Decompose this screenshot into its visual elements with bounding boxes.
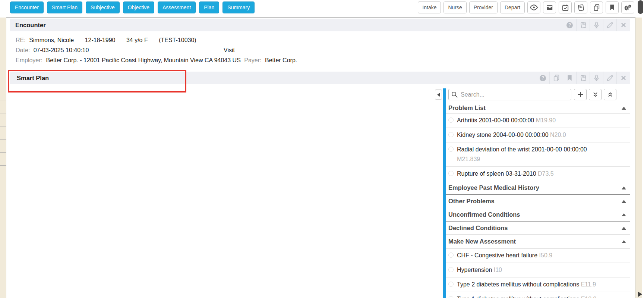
item-code: N20.0 [550,132,566,138]
section-label: Declined Conditions [448,225,508,232]
add-button[interactable] [574,89,587,100]
smart-plan-section-header: Smart Plan [10,72,630,84]
encounter-section-header: Encounter [10,19,630,31]
calendar-check-icon[interactable] [559,1,572,13]
toolbar-divider [6,17,635,18]
provider-button[interactable]: Provider [469,1,498,13]
section-label: Problem List [448,104,486,112]
item-text: Arthritis 2001-00-00 00:00:00 [457,117,534,123]
nurse-button[interactable]: Nurse [443,1,466,13]
bookmark-icon[interactable] [563,72,576,84]
close-icon[interactable] [616,72,630,84]
nav-subjective-button[interactable]: Subjective [86,1,120,13]
bookmark-icon[interactable] [606,1,619,13]
nav-encounter-button[interactable]: Encounter [10,1,44,13]
sidebar-sections: Problem List Arthritis 2001-00-00 00:00:… [446,103,630,298]
sidebar-section-make-new-assessment[interactable]: Make New Assessment [446,235,630,248]
visit-label: Visit [224,47,235,54]
settings-gears-icon[interactable] [621,1,634,13]
nav-objective-button[interactable]: Objective [123,1,154,13]
intake-button[interactable]: Intake [418,1,441,13]
radio-circle-icon [448,132,454,137]
close-icon[interactable] [616,19,630,31]
depart-button[interactable]: Depart [500,1,525,13]
chevron-left-icon [437,93,440,97]
help-icon[interactable] [563,19,576,31]
microphone-icon[interactable] [590,72,603,84]
patient-summary-row: RE: Simmons, Nicole 12-18-1990 34 y/o F … [10,37,196,44]
collapse-sidebar-button[interactable] [435,90,442,100]
list-item[interactable]: Rupture of spleen 03-31-2010 D73.5 [446,167,630,181]
section-label: Other Problems [448,198,495,205]
nav-smart-plan-button[interactable]: Smart Plan [47,1,82,13]
microphone-icon[interactable] [590,19,603,31]
sidebar-section-other-problems[interactable]: Other Problems [446,195,630,208]
problem-sidebar: Problem List Arthritis 2001-00-00 00:00:… [435,88,630,298]
radio-circle-icon [448,171,454,176]
collapse-all-button[interactable] [604,89,616,100]
radio-circle-icon [448,267,454,272]
book-icon[interactable] [574,1,587,13]
nav-plan-button[interactable]: Plan [199,1,219,13]
page-edge-left [0,18,6,298]
patient-name: Simmons, Nicole [29,37,74,43]
patient-id: (TEST-10030) [159,37,196,43]
encounter-header-actions [563,19,630,31]
patient-birth-date: 12-18-1990 [85,37,116,43]
radio-circle-icon [448,296,454,298]
collapse-arrow-icon [622,227,626,230]
item-text: Type 1 diabetes mellitus without complic… [457,296,579,298]
item-text: Hypertension [457,267,492,273]
expand-all-button[interactable] [589,89,602,100]
employer-label: Employer: [10,57,42,63]
book-icon[interactable] [576,72,590,84]
sidebar-accent-bar[interactable] [443,88,446,298]
archive-box-icon[interactable] [543,1,556,13]
section-label: Unconfirmed Conditions [448,211,520,218]
item-code: D73.5 [538,170,554,177]
pencil-icon[interactable] [603,19,616,31]
sidebar-section-problem-list[interactable]: Problem List [446,103,630,113]
sidebar-section-unconfirmed-conditions[interactable]: Unconfirmed Conditions [446,208,630,222]
item-code: E11.9 [581,281,596,288]
help-icon[interactable] [536,72,549,84]
payer-value: Better Corp. [265,57,297,63]
employer-value: Better Corp. - 12001 Pacific Coast Highw… [46,57,240,63]
list-item[interactable]: Radial deviation of the wrist 2001-00-00… [446,142,630,167]
list-item[interactable]: Kidney stone 2004-00-00 00:00:00 N20.0 [446,128,630,142]
re-label: RE: [10,37,26,43]
sidebar-section-employee-past-medical-history[interactable]: Employee Past Medical History [446,181,630,195]
encounter-section-title: Encounter [10,22,46,29]
radio-circle-icon [448,252,454,258]
employer-payer-row: Employer: Better Corp. - 12001 Pacific C… [10,57,297,64]
item-code: M19.90 [536,117,556,123]
stage-and-tools-group: Intake Nurse Provider Depart [418,1,634,13]
patient-age-sex: 34 y/o F [126,37,148,43]
radio-circle-icon [448,147,454,152]
item-text: Radial deviation of the wrist 2001-00-00… [457,146,587,153]
eye-icon[interactable] [527,1,540,13]
item-code: I50.9 [539,252,553,258]
date-label: Date: [10,47,30,53]
nav-assessment-button[interactable]: Assessment [158,1,196,13]
book-icon[interactable] [576,19,590,31]
sidebar-section-declined-conditions[interactable]: Declined Conditions [446,222,630,235]
search-input[interactable] [448,89,571,100]
smart-plan-section-title: Smart Plan [10,75,49,82]
list-item[interactable]: Hypertension I10 [446,263,630,277]
list-item[interactable]: Type 2 diabetes mellitus without complic… [446,277,630,292]
list-item[interactable]: Arthritis 2001-00-00 00:00:00 M19.90 [446,113,630,128]
pencil-icon[interactable] [603,72,616,84]
payer-label: Payer: [244,57,261,63]
list-item[interactable]: CHF - Congestive heart failure I50.9 [446,248,630,263]
scrollbar-thumb[interactable] [638,0,643,14]
encounter-nav-tabs: Encounter Smart Plan Subjective Objectiv… [10,1,255,13]
section-label: Make New Assessment [448,238,516,245]
copy-pages-icon[interactable] [549,72,563,84]
chevron-double-up-icon [607,92,613,97]
section-label: Employee Past Medical History [448,184,539,191]
list-item[interactable]: Type 1 diabetes mellitus without complic… [446,292,630,298]
scroll-right-arrow-icon[interactable] [638,292,642,297]
copy-pages-icon[interactable] [590,1,603,13]
nav-summary-button[interactable]: Summary [222,1,255,13]
